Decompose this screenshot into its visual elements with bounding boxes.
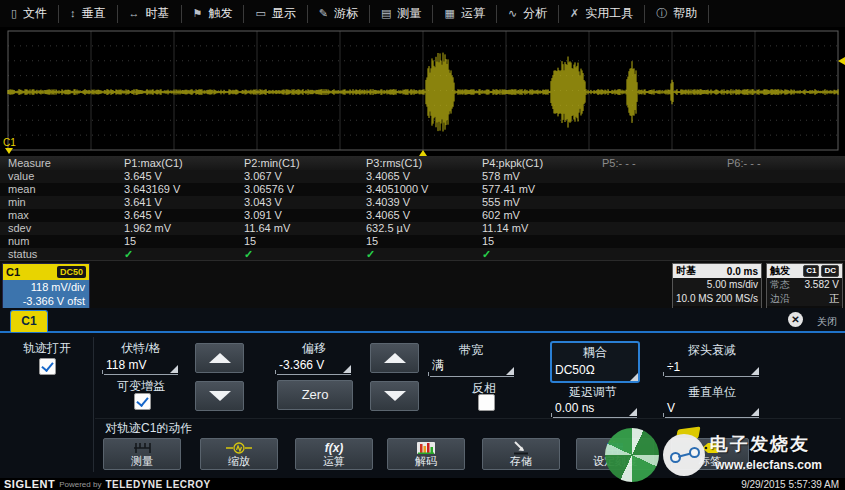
down-arrow-icon <box>384 391 406 401</box>
menu-vertical-label: 垂直 <box>82 5 106 22</box>
siglent-logo: SIGLENT <box>4 478 55 490</box>
vertical-arrows-icon: ↕ <box>70 8 76 19</box>
zero-button[interactable]: Zero <box>277 380 353 410</box>
dropdown-corner-icon <box>751 367 759 375</box>
invert-checkbox[interactable] <box>478 394 495 411</box>
channel1-descriptor-box[interactable]: C1 DC50 118 mV/div -3.366 V ofst <box>2 263 90 309</box>
volts-decrease-button[interactable] <box>195 381 244 411</box>
close-icon[interactable]: ✕ <box>788 312 803 327</box>
menu-help[interactable]: ⓘ帮助 <box>645 5 709 23</box>
cursor-pencil-icon: ✎ <box>319 8 328 19</box>
menu-cursors-label: 游标 <box>334 5 358 22</box>
horizontal-arrows-icon: ↔ <box>129 8 140 19</box>
measure-header-row: Measure P1:max(C1) P2:min(C1) P3:rms(C1)… <box>0 156 845 170</box>
tab-c1[interactable]: C1 <box>10 310 48 332</box>
measure-corner-label: Measure <box>8 156 51 170</box>
action-label: 缩放 <box>201 454 277 469</box>
measure-row-value: value 3.645 V 3.067 V 3.4065 V 578 mV <box>0 170 845 183</box>
dialog-tabbar: C1 ✕ 关闭 <box>0 308 845 333</box>
action-label: 解码 <box>388 454 464 469</box>
menu-analysis[interactable]: ∿分析 <box>497 5 559 23</box>
measure-col-p2[interactable]: P2:min(C1) <box>244 156 300 170</box>
probe-atten-field[interactable]: ÷1 <box>665 357 759 377</box>
timebase-descriptor-box[interactable]: 时基 0.0 ms 5.00 ms/div 10.0 MS 200 MS/s <box>672 263 762 309</box>
trace-on-checkbox[interactable] <box>39 358 56 375</box>
coupling-label: 耦合 <box>552 344 638 361</box>
oscilloscope-screen: ▯文件 ↕垂直 ↔时基 ⚑触发 ▭显示 ✎游标 ▤测量 ▦运算 ∿分析 ✗实用工… <box>0 0 845 490</box>
menu-timebase[interactable]: ↔时基 <box>118 5 182 23</box>
action-math-button[interactable]: f(x) 运算 <box>295 438 373 470</box>
coupling-value: DC50Ω <box>555 363 638 377</box>
action-zoom-button[interactable]: 缩放 <box>200 438 278 470</box>
measure-cell: 3.067 V <box>244 170 282 183</box>
volts-increase-button[interactable] <box>195 343 244 373</box>
offset-increase-button[interactable] <box>370 343 419 373</box>
coupling-selector[interactable]: 耦合 DC50Ω <box>550 341 640 383</box>
channel1-label: C1 <box>3 137 16 148</box>
help-info-icon: ⓘ <box>656 8 667 19</box>
dropdown-corner-icon <box>343 365 351 373</box>
menu-timebase-label: 时基 <box>146 5 170 22</box>
menu-math[interactable]: ▦运算 <box>433 5 496 23</box>
menu-file[interactable]: ▯文件 <box>0 5 59 23</box>
measure-col-p3[interactable]: P3:rms(C1) <box>366 156 422 170</box>
measure-cell: 15 <box>124 235 136 248</box>
timebase-rate: 200 MS/s <box>716 292 758 306</box>
action-label-button[interactable]: 标签 <box>671 438 749 470</box>
deskew-field[interactable]: 0.00 ns <box>553 398 637 418</box>
row-label: value <box>8 170 34 183</box>
offset-field[interactable]: -3.366 V <box>277 355 351 375</box>
measure-row-min: min 3.641 V 3.043 V 3.4039 V 555 mV <box>0 196 845 209</box>
menu-utilities[interactable]: ✗实用工具 <box>559 5 645 23</box>
analysis-wave-icon: ∿ <box>508 8 517 19</box>
measure-col-p1[interactable]: P1:max(C1) <box>124 156 183 170</box>
menu-display[interactable]: ▭显示 <box>244 5 307 23</box>
measure-cell: 3.641 V <box>124 196 162 209</box>
deskew-value: 0.00 ns <box>555 401 594 415</box>
down-arrow-icon <box>209 391 231 401</box>
menubar: ▯文件 ↕垂直 ↔时基 ⚑触发 ▭显示 ✎游标 ▤测量 ▦运算 ∿分析 ✗实用工… <box>0 0 845 28</box>
measure-col-p6[interactable]: P6:- - - <box>727 156 761 170</box>
measure-col-p4[interactable]: P4:pkpk(C1) <box>482 156 543 170</box>
bandwidth-field[interactable]: 满 <box>430 357 514 377</box>
trigger-level-marker[interactable] <box>838 57 845 65</box>
measure-col-p5[interactable]: P5:- - - <box>602 156 636 170</box>
descriptor-strip: C1 DC50 118 mV/div -3.366 V ofst 时基 0.0 … <box>0 260 845 309</box>
channel1-scale: 118 mV/div <box>3 280 85 294</box>
measure-cell: 577.41 mV <box>482 183 535 196</box>
menu-cursors[interactable]: ✎游标 <box>308 5 370 23</box>
menu-measure-label: 测量 <box>397 5 421 22</box>
action-label: 测量 <box>104 454 180 469</box>
channel1-setup-dialog: C1 ✕ 关闭 轨迹打开 伏特/格 118 mV 可变增益 偏移 -3.366 … <box>0 308 845 478</box>
bandwidth-value: 满 <box>432 357 444 374</box>
channel1-offset-marker[interactable] <box>5 148 13 154</box>
menu-trigger[interactable]: ⚑触发 <box>182 5 245 23</box>
measure-cell: 632.5 µV <box>366 222 410 235</box>
measure-table: Measure P1:max(C1) P2:min(C1) P3:rms(C1)… <box>0 156 845 260</box>
action-measure-button[interactable]: 测量 <box>103 438 181 470</box>
powered-by-label: Powered by <box>59 480 101 489</box>
rescale-grid-icon <box>577 440 653 455</box>
variable-gain-checkbox[interactable] <box>134 393 151 410</box>
row-label: mean <box>8 183 36 196</box>
action-rescale-button[interactable]: 设定刻度 <box>576 438 654 470</box>
vertical-unit-field[interactable]: V <box>665 398 759 418</box>
store-arrow-icon <box>483 440 559 455</box>
probe-atten-value: ÷1 <box>667 360 680 374</box>
action-store-button[interactable]: 存储 <box>482 438 560 470</box>
menu-measure[interactable]: ▤测量 <box>370 5 433 23</box>
decode-bus-icon <box>388 440 464 455</box>
offset-decrease-button[interactable] <box>370 381 419 411</box>
coupling-badge: DC50 <box>57 266 86 278</box>
actions-divider <box>95 418 841 419</box>
trigger-level-value: 3.582 V <box>805 278 839 292</box>
measure-cell: 3.043 V <box>244 196 282 209</box>
menu-vertical[interactable]: ↕垂直 <box>59 5 118 23</box>
close-label[interactable]: 关闭 <box>817 315 837 329</box>
volts-per-div-field[interactable]: 118 mV <box>104 355 178 375</box>
row-label: max <box>8 209 29 222</box>
trigger-slope-value: 正 <box>829 292 839 306</box>
action-decode-button[interactable]: 解码 <box>387 438 465 470</box>
measure-cell: 15 <box>366 235 378 248</box>
trigger-descriptor-box[interactable]: 触发 C1 DC 常态3.582 V 边沿正 <box>766 263 843 309</box>
